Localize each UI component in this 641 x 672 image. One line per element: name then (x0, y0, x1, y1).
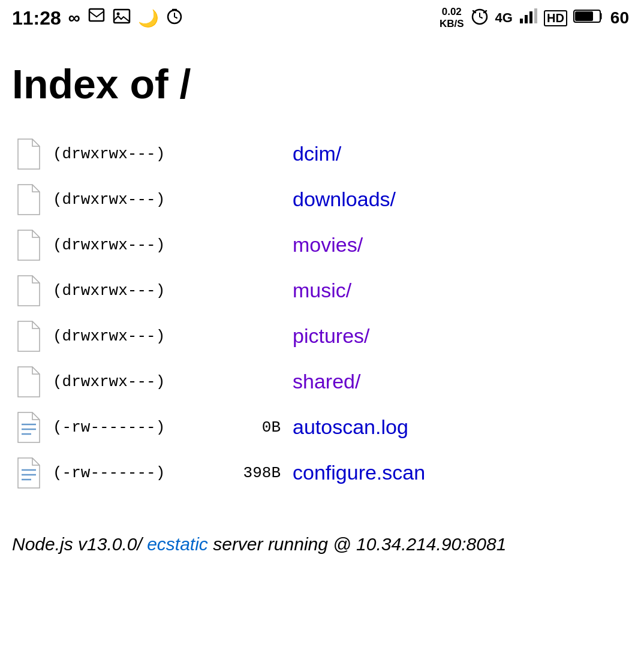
folder-icon (12, 136, 43, 172)
moon-icon: 🌙 (138, 8, 159, 28)
list-item: (drwxrwx---)downloads/ (12, 177, 629, 222)
file-permissions: (drwxrwx---) (53, 145, 233, 163)
file-permissions: (drwxrwx---) (53, 373, 233, 391)
svg-point-2 (116, 12, 119, 15)
footer-text-before: Node.js v13.0.0/ (12, 534, 147, 554)
svg-rect-0 (89, 9, 104, 21)
file-lined-icon (12, 455, 43, 491)
list-item: (drwxrwx---)shared/ (12, 359, 629, 405)
network-speed: 0.02KB/S (440, 6, 464, 31)
status-bar: 11:28 ∞ 🌙 0.02KB/S (0, 0, 641, 37)
file-link[interactable]: movies/ (293, 233, 363, 257)
svg-rect-5 (520, 19, 523, 23)
file-permissions: (drwxrwx---) (53, 236, 233, 254)
page-title: Index of / (12, 61, 629, 107)
folder-icon (12, 182, 43, 218)
file-list: (drwxrwx---)dcim/ (drwxrwx---)downloads/… (12, 131, 629, 496)
folder-icon (12, 273, 43, 309)
file-permissions: (-rw-------) (53, 418, 233, 436)
battery-icon (573, 8, 604, 28)
folder-icon (12, 227, 43, 263)
list-item: (-rw-------)398Bconfigure.scan (12, 450, 629, 496)
svg-rect-6 (525, 15, 528, 23)
infinity-icon: ∞ (68, 8, 80, 28)
timer-icon (166, 8, 183, 29)
footer-text-after: server running @ 10.34.214.90:8081 (208, 534, 506, 554)
svg-rect-1 (114, 10, 130, 23)
footer: Node.js v13.0.0/ ecstatic server running… (0, 514, 641, 569)
alarm-icon (470, 7, 489, 29)
file-permissions: (drwxrwx---) (53, 282, 233, 300)
list-item: (drwxrwx---)dcim/ (12, 131, 629, 177)
status-time: 11:28 (12, 7, 61, 29)
svg-rect-8 (534, 8, 537, 23)
list-item: (drwxrwx---)music/ (12, 268, 629, 314)
main-content: Index of / (drwxrwx---)dcim/ (drwxrwx---… (0, 37, 641, 514)
status-right: 0.02KB/S 4G HD (440, 6, 629, 31)
file-size: 0B (233, 418, 281, 436)
svg-rect-7 (529, 11, 532, 23)
file-link[interactable]: shared/ (293, 370, 360, 393)
file-permissions: (-rw-------) (53, 464, 233, 482)
file-lined-icon (12, 409, 43, 445)
folder-icon (12, 318, 43, 354)
battery-level: 60 (610, 8, 629, 28)
notification-icon (88, 7, 106, 29)
ecstatic-link[interactable]: ecstatic (147, 534, 208, 554)
hd-badge: HD (544, 10, 567, 26)
file-permissions: (drwxrwx---) (53, 327, 233, 345)
status-left: 11:28 ∞ 🌙 (12, 7, 183, 29)
list-item: (-rw-------)0Bautoscan.log (12, 405, 629, 450)
file-link[interactable]: music/ (293, 279, 351, 302)
file-permissions: (drwxrwx---) (53, 191, 233, 209)
file-size: 398B (233, 464, 281, 482)
file-link[interactable]: pictures/ (293, 324, 370, 348)
signal-4g-icon: 4G (495, 10, 513, 26)
folder-icon (12, 364, 43, 400)
file-link[interactable]: autoscan.log (293, 415, 408, 439)
list-item: (drwxrwx---)movies/ (12, 222, 629, 268)
file-link[interactable]: dcim/ (293, 142, 341, 165)
signal-bars-icon (519, 8, 538, 28)
list-item: (drwxrwx---)pictures/ (12, 314, 629, 359)
file-link[interactable]: configure.scan (293, 461, 425, 484)
image-icon (113, 7, 131, 29)
file-link[interactable]: downloads/ (293, 188, 396, 211)
svg-rect-10 (575, 11, 593, 21)
